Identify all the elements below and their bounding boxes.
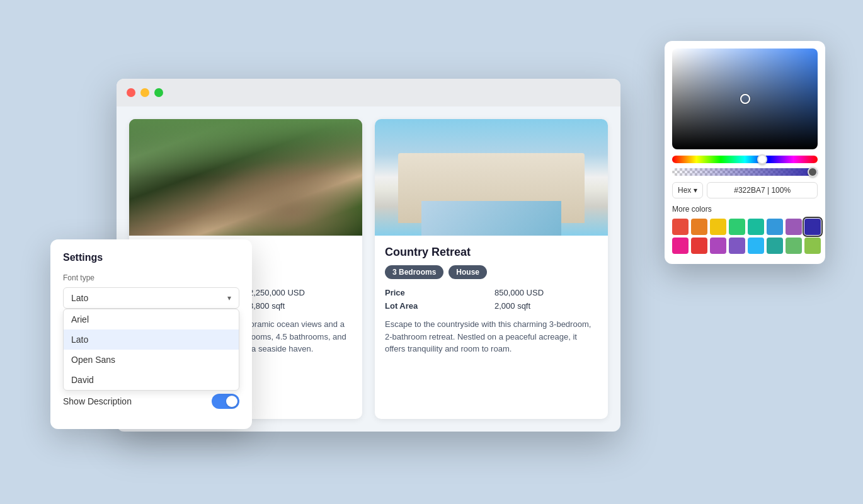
hue-thumb [757,154,767,164]
color-swatches-row2 [672,238,818,254]
hex-value-input[interactable] [707,182,818,198]
settings-panel: Settings Font type Lato ▾ Ariel Lato Ope… [50,239,252,429]
font-option-david[interactable]: David [64,370,239,390]
font-select-container: Lato ▾ Ariel Lato Open Sans David [63,287,239,309]
color-swatch-r1-7[interactable] [804,219,821,235]
font-select-display[interactable]: Lato ▾ [63,287,239,309]
color-swatch-r1-2[interactable] [710,219,726,235]
format-label: Hex [678,186,691,195]
chevron-down-icon: ▾ [227,294,231,302]
format-select[interactable]: Hex ▾ [672,182,703,198]
lot-value-2: 2,000 sqft [494,301,598,311]
color-swatch-r1-3[interactable] [729,219,745,235]
card-title-2: Country Retreat [385,246,598,259]
tag-bedroom-2: 3 Bedrooms [385,265,443,279]
lot-label-2: Lot Area [385,301,488,311]
color-swatch-r2-5[interactable] [767,238,783,254]
more-colors-label: More colors [672,205,818,214]
card-content-2: Country Retreat 3 Bedrooms House Price 8… [375,236,608,365]
alpha-thumb [808,167,818,177]
color-gradient-area[interactable] [672,49,818,149]
property-card-2: Country Retreat 3 Bedrooms House Price 8… [375,119,608,419]
hue-slider[interactable] [672,156,818,163]
card-description-2: Escape to the countryside with this char… [385,318,598,355]
window-titlebar [117,79,620,106]
price-value-2: 850,000 USD [494,288,598,297]
font-option-lato[interactable]: Lato [64,329,239,350]
card-image-2 [375,119,608,236]
font-dropdown: Ariel Lato Open Sans David [63,309,239,391]
color-swatch-r1-4[interactable] [748,219,764,235]
color-swatch-r2-3[interactable] [729,238,745,254]
color-swatch-r1-6[interactable] [786,219,802,235]
color-input-row: Hex ▾ [672,182,818,198]
card-tags-2: 3 Bedrooms House [385,265,598,279]
close-button[interactable] [127,88,135,97]
font-option-ariel[interactable]: Ariel [64,309,239,329]
font-type-label: Font type [63,273,239,282]
card-image-1 [129,119,362,236]
color-swatch-r1-0[interactable] [672,219,689,235]
format-chevron-icon: ▾ [694,186,697,195]
color-swatch-r2-1[interactable] [691,238,707,254]
price-label-2: Price [385,288,488,297]
color-picker-cursor [740,94,750,104]
color-swatch-r1-1[interactable] [691,219,707,235]
font-option-opensans[interactable]: Open Sans [64,350,239,370]
tag-type-2: House [449,265,487,279]
minimize-button[interactable] [140,88,149,97]
price-value-1: 2,250,000 USD [249,288,352,297]
lot-value-1: 3,800 sqft [249,301,352,311]
color-swatch-r2-0[interactable] [672,238,689,254]
show-description-row: Show Description [63,394,239,409]
color-picker-panel: Hex ▾ More colors [665,41,825,264]
show-description-toggle[interactable] [212,394,239,409]
color-swatches-row1 [672,219,818,235]
maximize-button[interactable] [154,88,163,97]
alpha-slider[interactable] [672,168,818,176]
show-description-label: Show Description [63,396,132,406]
font-selected-value: Lato [71,293,88,303]
color-swatch-r2-6[interactable] [786,238,802,254]
color-swatch-r2-7[interactable] [804,238,821,254]
color-swatch-r1-5[interactable] [767,219,783,235]
settings-title: Settings [63,252,239,263]
card-details-2: Price 850,000 USD Lot Area 2,000 sqft [385,288,598,311]
color-swatch-r2-2[interactable] [710,238,726,254]
color-swatch-r2-4[interactable] [748,238,764,254]
